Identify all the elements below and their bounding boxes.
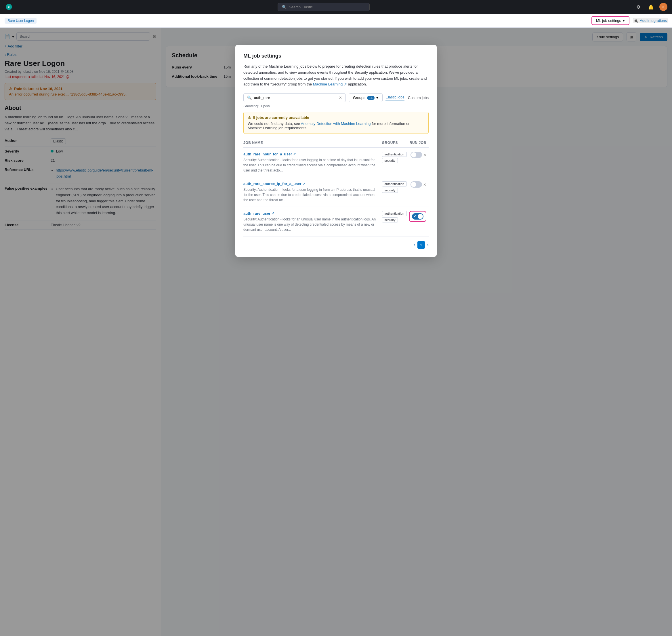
job1-toggle-track[interactable]: [410, 152, 422, 158]
jobs-table: Job name Groups Run job auth_rare_hour_f…: [243, 138, 429, 237]
job2-groups: authentication security: [382, 177, 409, 207]
settings-icon[interactable]: ⚙: [634, 3, 643, 11]
job2-toggle-track[interactable]: [410, 181, 422, 187]
groups-label: Groups: [353, 96, 365, 100]
col-groups: Groups: [382, 138, 409, 147]
job2-group2: security: [382, 187, 398, 193]
job2-desc: Security: Authentication - looks for a u…: [243, 187, 380, 203]
jobs-tabs: Elastic jobs Custom jobs: [386, 95, 429, 100]
col-run-job: Run job: [409, 138, 429, 147]
ml-link[interactable]: Machine Learning ↗: [313, 82, 347, 86]
table-row: auth_rare_source_ip_for_a_user ↗ Securit…: [243, 177, 429, 207]
chevron-down-icon: ▾: [376, 96, 378, 100]
job1-group2: security: [382, 158, 398, 163]
search-icon: 🔍: [282, 5, 286, 9]
external-link-icon: ↗: [303, 182, 305, 186]
external-link-icon: ↗: [271, 212, 274, 215]
add-integrations-button[interactable]: 🔌 Add integrations: [633, 18, 667, 23]
warning-title: ⚠ 5 jobs are currently unavailable: [248, 115, 424, 120]
groups-count-badge: 16: [367, 96, 374, 100]
modal-overlay: ML job settings Run any of the Machine L…: [0, 27, 672, 636]
job1-groups: authentication security: [382, 147, 409, 177]
job1-name-link[interactable]: auth_rare_hour_for_a_user ↗: [243, 152, 296, 156]
job1-group1: authentication: [382, 152, 407, 157]
showing-count: Showing: 3 jobs: [243, 104, 429, 108]
chevron-down-icon: ▾: [623, 18, 625, 23]
job3-group2: security: [382, 217, 398, 222]
modal-search-row: 🔍 ✕ Groups 16 ▾ Elastic jobs Custom jobs: [243, 93, 429, 102]
elastic-jobs-tab[interactable]: Elastic jobs: [386, 95, 405, 100]
job2-toggle-cell: ✕: [409, 177, 429, 207]
job3-name-link[interactable]: auth_rare_user ↗: [243, 211, 274, 216]
warning-body: We could not find any data, see Anomaly …: [248, 121, 424, 130]
top-nav: e 🔍 Search Elastic ⚙ 🔔 e: [0, 0, 672, 14]
nav-search-area: 🔍 Search Elastic: [17, 3, 631, 11]
job2-name-link[interactable]: auth_rare_source_ip_for_a_user ↗: [243, 182, 305, 186]
breadcrumb-tag: Rare User Logon: [5, 18, 37, 24]
clear-search-icon[interactable]: ✕: [339, 96, 342, 100]
user-avatar[interactable]: e: [659, 3, 667, 11]
job3-group1: authentication: [382, 211, 407, 216]
col-job-name: Job name: [243, 138, 382, 147]
prev-page-button[interactable]: ‹: [413, 242, 415, 247]
modal-search-icon: 🔍: [247, 96, 252, 100]
table-row: auth_rare_hour_for_a_user ↗ Security: Au…: [243, 147, 429, 177]
job1-toggle-cell: ✕: [409, 147, 429, 177]
job3-cell: auth_rare_user ↗ Security: Authenticatio…: [243, 207, 382, 237]
global-search-bar[interactable]: 🔍 Search Elastic: [278, 3, 370, 11]
job1-toggle[interactable]: ✕: [410, 152, 426, 158]
logo-area: e: [5, 3, 13, 11]
job2-toggle-thumb: [411, 182, 416, 187]
job1-toggle-thumb: [411, 152, 416, 157]
modal-search-box[interactable]: 🔍 ✕: [243, 93, 346, 102]
page-1-button[interactable]: 1: [418, 241, 425, 249]
ml-job-settings-modal: ML job settings Run any of the Machine L…: [235, 45, 437, 257]
job2-group1: authentication: [382, 181, 407, 186]
global-search-placeholder: Search Elastic: [289, 5, 313, 9]
job2-toggle-x-icon: ✕: [423, 182, 426, 187]
breadcrumb-actions: ML job settings ▾ 🔌 Add integrations: [591, 16, 667, 25]
job3-groups: authentication security: [382, 207, 409, 237]
svg-text:e: e: [8, 5, 10, 8]
external-link-icon: ↗: [293, 152, 296, 156]
job2-cell: auth_rare_source_ip_for_a_user ↗ Securit…: [243, 177, 382, 207]
ml-job-settings-button[interactable]: ML job settings ▾: [591, 16, 629, 25]
groups-dropdown-button[interactable]: Groups 16 ▾: [349, 93, 383, 102]
nav-icons: ⚙ 🔔 e: [634, 3, 667, 11]
modal-title: ML job settings: [243, 53, 429, 59]
job1-toggle-x-icon: ✕: [423, 153, 426, 157]
custom-jobs-tab[interactable]: Custom jobs: [408, 95, 429, 100]
main-layout: 📄 ▾ ⊕ + Add filter ‹ Rules Rare User Log…: [0, 27, 672, 636]
job1-desc: Security: Authentication - looks for a u…: [243, 157, 380, 173]
add-integrations-label: Add integrations: [640, 18, 667, 23]
job3-toggle[interactable]: ✓: [412, 213, 424, 220]
warning-banner: ⚠ 5 jobs are currently unavailable We co…: [243, 112, 429, 134]
check-icon: ✓: [414, 214, 416, 218]
alerts-icon[interactable]: 🔔: [647, 3, 655, 11]
modal-search-input[interactable]: [254, 96, 337, 100]
warning-icon: ⚠: [248, 115, 251, 120]
ml-job-settings-label: ML job settings: [596, 18, 621, 23]
job3-toggle-wrapper: ✓: [409, 211, 426, 222]
job3-toggle-thumb: [418, 214, 423, 219]
pagination: ‹ 1 ›: [243, 241, 429, 249]
job2-toggle[interactable]: ✕: [410, 181, 426, 187]
table-row: auth_rare_user ↗ Security: Authenticatio…: [243, 207, 429, 237]
anomaly-detection-link[interactable]: Anomaly Detection with Machine Learning: [301, 121, 371, 126]
breadcrumb-row: Rare User Logon ML job settings ▾ 🔌 Add …: [0, 14, 672, 27]
job1-cell: auth_rare_hour_for_a_user ↗ Security: Au…: [243, 147, 382, 177]
plug-icon: 🔌: [633, 18, 638, 23]
modal-desc: Run any of the Machine Learning jobs bel…: [243, 64, 429, 87]
job3-toggle-cell: ✓: [409, 207, 429, 237]
next-page-button[interactable]: ›: [427, 242, 429, 247]
job3-desc: Security: Authentication - looks for an …: [243, 217, 380, 232]
